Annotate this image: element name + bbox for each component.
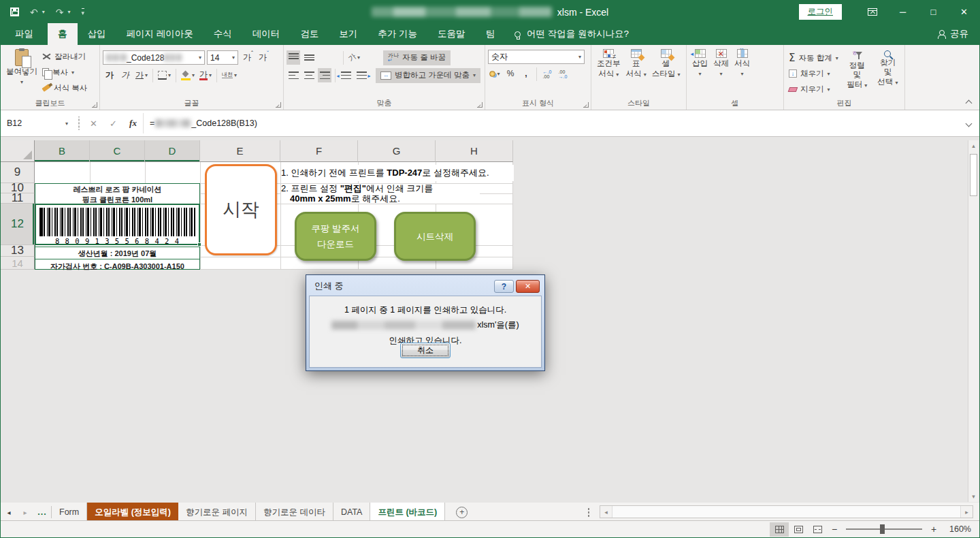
number-format-dropdown-icon[interactable]: ▾ [578,54,581,60]
increase-indent-button[interactable] [355,68,368,82]
scroll-down-icon[interactable]: ▾ [968,491,979,502]
fill-button[interactable]: ↓채우기▾ [787,67,840,80]
column-header-B[interactable]: B [35,140,90,162]
tab-formulas[interactable]: 수식 [203,23,242,45]
cancel-print-button[interactable]: 취소 [400,343,451,358]
tab-team[interactable]: 팀 [476,23,506,45]
cut-button[interactable]: 잘라내기 [40,50,89,63]
delete-sheet-button[interactable]: 시트삭제 [394,212,476,261]
italic-button[interactable]: 가 [118,68,132,82]
vertical-scrollbar-thumb[interactable] [970,154,977,196]
page-layout-view-button[interactable] [789,522,808,537]
merge-center-button[interactable]: ↔ 병합하고 가운데 맞춤 ▾ [376,68,480,83]
tell-me-search[interactable]: 어떤 작업을 원하시나요? [514,23,629,45]
clipboard-dialog-launcher-icon[interactable] [92,102,97,108]
horizontal-scrollbar[interactable]: ◂ ▸ [600,505,973,518]
row-header-11[interactable]: 11 [1,193,35,204]
hscroll-left-icon[interactable]: ◂ [600,506,612,518]
formula-bar-grip[interactable] [76,116,82,130]
undo-icon[interactable]: ↶ [30,7,38,18]
cell-styles-button[interactable]: 셀 스타일 ▾ [649,47,683,79]
fill-color-button[interactable]: ▾ [180,68,196,82]
tab-addins[interactable]: 추가 기능 [368,23,427,45]
accounting-format-button[interactable]: ▾ [488,67,502,81]
zoom-slider[interactable] [846,528,922,530]
close-icon[interactable]: ✕ [949,1,979,23]
sort-filter-button[interactable]: ㅎ 정렬 및 필터 ▾ [843,48,871,96]
font-name-combo[interactable]: _Code128 ▾ [103,50,205,65]
tab-insert[interactable]: 삽입 [78,23,116,45]
sheet-tab-fragrant-data[interactable]: 향기로운 데이타 [256,503,333,522]
tab-page-layout[interactable]: 페이지 레이아웃 [116,23,203,45]
undo-dropdown-icon[interactable]: ▾ [42,9,45,15]
format-as-table-button[interactable]: 표 서식 ▾ [623,47,649,79]
row-header-12[interactable]: 12 [1,204,35,245]
column-header-G[interactable]: G [358,140,436,162]
tab-home[interactable]: 홈 [48,23,78,45]
sheet-nav-right-icon[interactable]: ▸ [17,503,33,522]
number-format-combo[interactable]: 숫자 ▾ [488,50,585,64]
borders-button[interactable]: ▾ [157,68,172,82]
ribbon-display-options-icon[interactable] [857,1,887,23]
sheet-nav-left-icon[interactable]: ◂ [1,503,17,522]
paste-dropdown-icon[interactable]: ▾ [20,78,23,86]
name-box[interactable]: B12 ▾ [1,110,74,136]
sheet-more-indicator[interactable]: ... [33,503,51,522]
fill-handle[interactable] [197,242,201,247]
paste-button[interactable]: 붙여넣기 ▾ [3,47,40,86]
tab-review[interactable]: 검토 [290,23,329,45]
sheetbar-splitter[interactable] [587,507,590,517]
minimize-icon[interactable]: ─ [887,1,918,23]
font-size-dropdown-icon[interactable]: ▾ [232,54,235,61]
login-button[interactable]: 로그인 [799,4,843,20]
save-icon[interactable] [10,7,19,16]
new-sheet-icon[interactable]: + [456,507,468,518]
select-all-corner[interactable] [1,140,35,162]
align-center-button[interactable] [302,68,316,82]
number-dialog-launcher-icon[interactable] [583,102,589,108]
sheet-tab-print-barcode[interactable]: 프린트 (바코드) [370,503,445,522]
decrease-decimal-button[interactable]: .00→.0 [556,67,570,81]
font-size-combo[interactable]: 14 ▾ [207,50,238,65]
normal-view-button[interactable] [770,522,789,537]
page-break-view-button[interactable] [808,522,827,537]
conditional-formatting-button[interactable]: ≠ 조건부 서식 ▾ [594,47,623,79]
font-color-button[interactable]: 가▾ [198,68,213,82]
maximize-icon[interactable]: □ [918,1,949,23]
align-middle-button[interactable] [302,50,316,65]
sheet-tab-form[interactable]: Form [52,503,87,522]
grow-font-button[interactable]: 가 [240,50,254,65]
row-header-13[interactable]: 13 [1,245,35,257]
vertical-scrollbar[interactable]: ▴ ▾ [968,140,979,502]
increase-decimal-button[interactable]: ←.0.00 [540,67,554,81]
decrease-indent-button[interactable] [339,68,353,82]
sheet-tab-oil-label[interactable]: 오일라벨 (정보입력) [87,503,178,522]
zoom-level[interactable]: 160% [941,524,971,534]
column-header-C[interactable]: C [90,140,145,162]
dialog-help-icon[interactable]: ? [494,280,514,293]
redo-dropdown-icon[interactable]: ▾ [67,9,70,15]
made-date-cell[interactable]: 생산년월 : 2019년 07월 [35,247,199,259]
insert-function-icon[interactable]: fx [123,110,143,136]
bold-button[interactable]: 가 [103,68,116,82]
cells-region[interactable]: 레스쁘리 로즈 팜 카네이션 핑크 클린코튼 100ml 8 8 0 9 1 3… [35,162,513,270]
zoom-out-icon[interactable]: − [827,524,842,535]
customize-qat-icon[interactable]: ▾ [82,8,85,16]
hscroll-right-icon[interactable]: ▸ [960,506,973,518]
align-left-button[interactable] [287,68,300,82]
start-shape-button[interactable]: 시작 [205,164,277,255]
instruction-2[interactable]: 2. 프린트 설정 "편집"에서 인쇄 크기를 40mm x 25mm로 해주세… [281,184,480,204]
format-cells-button[interactable]: ↔ 서식 ▾ [732,47,753,78]
cert-no-cell[interactable]: 자가검사 번호 : C-A09B-A303001-A150 [35,259,199,272]
column-header-H[interactable]: H [436,140,513,162]
column-header-E[interactable]: E [200,140,280,162]
coupang-download-button[interactable]: 쿠팡 발주서 다운로드 [295,212,376,261]
wrap-text-button[interactable]: 가나↵ 자동 줄 바꿈 [383,50,451,65]
row-header-9[interactable]: 9 [1,162,35,183]
delete-cells-button[interactable]: ✕ 삭제 ▾ [710,47,732,78]
name-box-dropdown-icon[interactable]: ▾ [65,121,68,127]
expand-formula-bar-icon[interactable] [958,110,979,136]
shrink-font-button[interactable]: 가 [256,50,270,65]
active-cell-selection[interactable] [35,204,200,245]
underline-button[interactable]: 가▾ [134,68,149,82]
